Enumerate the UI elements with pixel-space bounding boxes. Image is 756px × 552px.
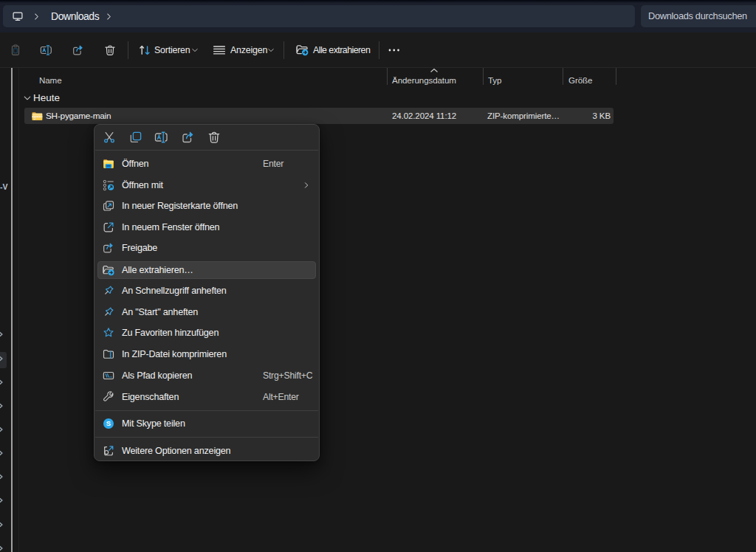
- svg-text:S: S: [106, 419, 111, 427]
